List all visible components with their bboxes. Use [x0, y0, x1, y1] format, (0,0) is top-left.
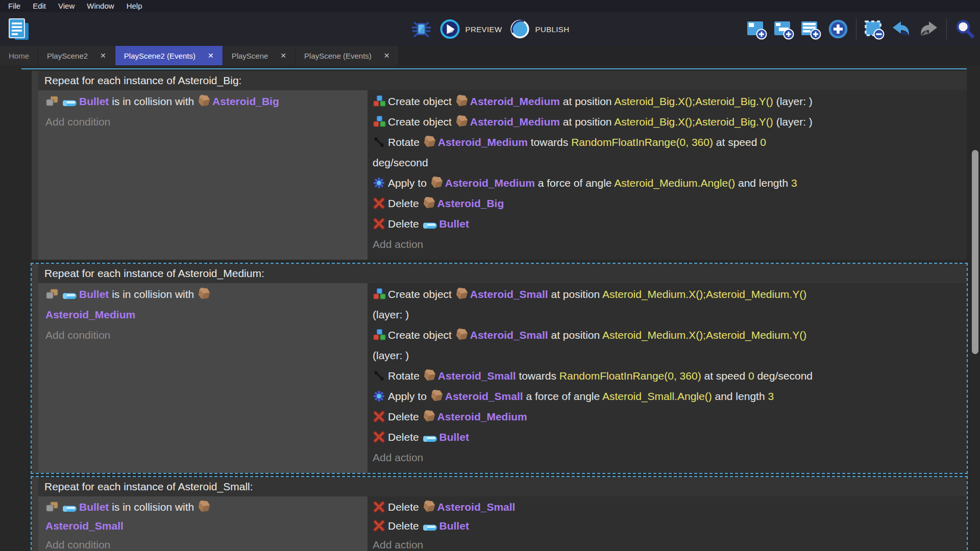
action-row[interactable]: Create object Asteroid_Small at position…: [373, 284, 963, 325]
add-action-link[interactable]: Add action: [373, 234, 963, 255]
instruction-text: Delete: [388, 520, 422, 532]
asteroid-object-icon: [455, 287, 469, 300]
event-header[interactable]: Repeat for each instance of Asteroid_Med…: [38, 264, 967, 283]
collision-icon: [45, 288, 59, 300]
add-action-link[interactable]: Add action: [373, 535, 963, 551]
asteroid-object-icon: [423, 368, 436, 382]
rotate-icon: [373, 369, 385, 382]
main-toolbar: PREVIEW PUBLISH: [0, 12, 980, 46]
close-tab-icon[interactable]: ✕: [208, 52, 214, 59]
preview-label: PREVIEW: [465, 25, 502, 34]
debug-icon[interactable]: [411, 18, 432, 40]
toggle-disabled-icon[interactable]: [863, 18, 886, 40]
asteroid-object-icon: [197, 94, 211, 108]
bullet-object-icon: [62, 504, 78, 513]
tab-home[interactable]: Home: [0, 46, 38, 65]
close-tab-icon[interactable]: ✕: [384, 52, 390, 59]
expression-value: 3: [768, 390, 774, 402]
action-row[interactable]: Create object Asteroid_Small at position…: [373, 325, 963, 366]
bullet-object-icon: [62, 291, 78, 300]
instruction-text: at position: [548, 329, 602, 341]
object-name: Asteroid_Small: [445, 390, 523, 402]
action-row[interactable]: Delete Asteroid_Big: [373, 193, 963, 214]
action-row[interactable]: Apply to Asteroid_Medium a force of angl…: [373, 173, 963, 193]
menu-view[interactable]: View: [52, 0, 81, 12]
event-drag-handle[interactable]: [32, 264, 38, 473]
tab-playscene[interactable]: PlayScene✕: [223, 46, 296, 65]
object-name: Asteroid_Small: [437, 501, 516, 513]
force-icon: [373, 390, 385, 403]
add-condition-link[interactable]: Add condition: [45, 325, 361, 345]
action-row[interactable]: Rotate Asteroid_Medium towards RandomFlo…: [373, 132, 963, 173]
action-row[interactable]: Create object Asteroid_Medium at positio…: [373, 91, 963, 112]
action-row[interactable]: Delete Bullet: [373, 516, 963, 535]
tab-playscene2[interactable]: PlayScene2✕: [38, 46, 115, 65]
event-drag-handle[interactable]: [32, 71, 38, 260]
add-comment-icon[interactable]: [800, 18, 822, 40]
add-event-icon[interactable]: [746, 18, 768, 40]
close-tab-icon[interactable]: ✕: [100, 52, 106, 59]
menu-help[interactable]: Help: [120, 0, 149, 12]
event-block[interactable]: Repeat for each instance of Asteroid_Big…: [31, 70, 968, 261]
object-name: Asteroid_Medium: [470, 95, 560, 107]
add-condition-link[interactable]: Add condition: [45, 535, 361, 551]
object-name: Asteroid_Medium: [470, 116, 560, 128]
instruction-text: Create object: [388, 116, 455, 128]
action-row[interactable]: Delete Bullet: [373, 427, 963, 447]
instruction-text: at speed: [701, 370, 748, 382]
actions-column: Delete Asteroid_SmallDelete BulletAdd ac…: [368, 496, 967, 551]
gdevelop-logo-icon[interactable]: [7, 17, 30, 42]
action-row[interactable]: Delete Bullet: [373, 214, 963, 234]
preview-button[interactable]: PREVIEW: [439, 18, 502, 40]
asteroid-object-icon: [455, 114, 469, 128]
condition-row[interactable]: Bullet is in collision with Asteroid_Med…: [45, 284, 361, 325]
close-tab-icon[interactable]: ✕: [280, 52, 286, 59]
add-subevent-icon[interactable]: [773, 18, 795, 40]
event-block[interactable]: Repeat for each instance of Asteroid_Sma…: [31, 476, 968, 551]
instruction-text: Create object: [388, 329, 455, 341]
condition-row[interactable]: Bullet is in collision with Asteroid_Sma…: [45, 497, 361, 535]
event-header[interactable]: Repeat for each instance of Asteroid_Sma…: [38, 477, 967, 496]
expression-value: Asteroid_Big.X();Asteroid_Big.Y(): [614, 116, 773, 128]
action-row[interactable]: Create object Asteroid_Medium at positio…: [373, 112, 963, 132]
vertical-scrollbar[interactable]: [969, 65, 980, 551]
publish-label: PUBLISH: [535, 25, 569, 34]
event-header[interactable]: Repeat for each instance of Asteroid_Big…: [38, 71, 967, 90]
bullet-object-icon: [422, 522, 438, 532]
search-icon[interactable]: [953, 18, 976, 40]
publish-button[interactable]: PUBLISH: [509, 18, 569, 40]
instruction-text: a force of angle: [535, 177, 614, 189]
instruction-text: Apply to: [388, 390, 430, 402]
redo-icon[interactable]: [917, 18, 940, 40]
undo-icon[interactable]: [890, 18, 913, 40]
tab-playscene2-events[interactable]: PlayScene2 (Events)✕: [115, 46, 223, 65]
object-name: Bullet: [439, 520, 469, 532]
action-row[interactable]: Apply to Asteroid_Small a force of angle…: [373, 386, 963, 407]
tab-label: PlayScene (Events): [304, 52, 372, 60]
tab-playscene-events[interactable]: PlayScene (Events)✕: [296, 46, 399, 65]
instruction-text: a force of angle: [523, 390, 602, 402]
instruction-text: at position: [548, 288, 602, 300]
scrollbar-thumb[interactable]: [972, 150, 978, 354]
condition-row[interactable]: Bullet is in collision with Asteroid_Big: [45, 91, 361, 112]
events-top-indicator: [21, 68, 967, 69]
instruction-text: Delete: [388, 218, 422, 230]
delete-icon: [373, 217, 385, 230]
event-drag-handle[interactable]: [32, 477, 38, 551]
object-name: Asteroid_Small: [438, 370, 516, 382]
add-condition-link[interactable]: Add condition: [45, 112, 361, 132]
add-choose-event-icon[interactable]: [827, 18, 849, 40]
conditions-column: Bullet is in collision with Asteroid_Med…: [38, 283, 368, 473]
menu-window[interactable]: Window: [81, 0, 120, 12]
object-name: Bullet: [79, 95, 109, 107]
action-row[interactable]: Delete Asteroid_Small: [373, 497, 963, 516]
menu-file[interactable]: File: [2, 0, 27, 12]
action-row[interactable]: Rotate Asteroid_Small towards RandomFloa…: [373, 366, 963, 386]
toolbar-separator: [946, 18, 947, 40]
add-action-link[interactable]: Add action: [373, 447, 963, 468]
action-row[interactable]: Delete Asteroid_Medium: [373, 407, 963, 427]
menu-edit[interactable]: Edit: [27, 0, 52, 12]
asteroid-object-icon: [197, 287, 211, 300]
event-block[interactable]: Repeat for each instance of Asteroid_Med…: [31, 263, 968, 474]
instruction-text: (layer: ): [773, 116, 813, 128]
